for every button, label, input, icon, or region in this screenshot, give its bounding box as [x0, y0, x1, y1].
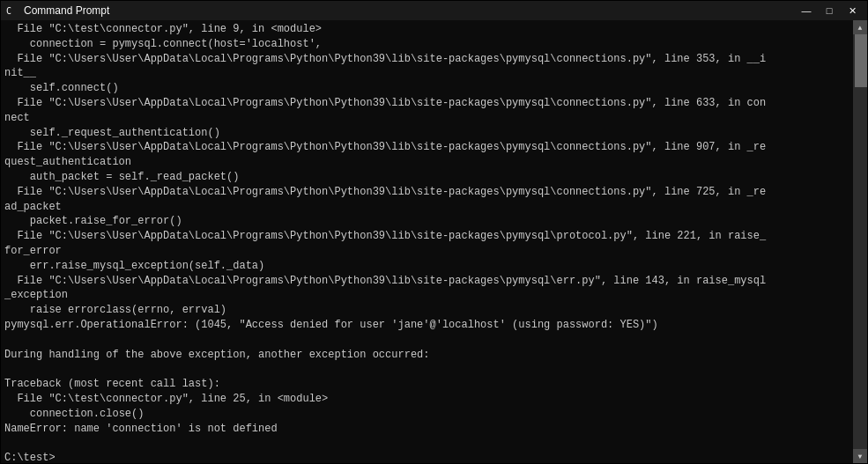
console-line: File "C:\Users\User\AppData\Local\Progra…: [4, 185, 849, 200]
window-controls: — □ ✕: [795, 3, 864, 18]
console-line: File "C:\test\connector.py", line 25, in…: [4, 392, 849, 407]
console-line: raise errorclass(errno, errval): [4, 303, 849, 318]
scrollbar[interactable]: ▲ ▼: [853, 20, 867, 463]
console-line: connection = pymysql.connect(host='local…: [4, 37, 849, 52]
console-line: connection.close(): [4, 407, 849, 422]
console-body: File "C:\test\connector.py", line 9, in …: [1, 20, 867, 463]
console-line: pymysql.err.OperationalError: (1045, "Ac…: [4, 318, 849, 333]
console-line: File "C:\Users\User\AppData\Local\Progra…: [4, 140, 849, 155]
console-line: [4, 333, 849, 348]
scroll-down-arrow[interactable]: ▼: [853, 449, 867, 463]
console-line: C:\test>: [4, 451, 849, 463]
minimize-button[interactable]: —: [795, 3, 818, 18]
console-line: File "C:\test\connector.py", line 9, in …: [4, 22, 849, 37]
console-line: self.connect(): [4, 81, 849, 96]
scroll-up-arrow[interactable]: ▲: [853, 20, 867, 34]
console-line: for_error: [4, 244, 849, 259]
console-line: File "C:\Users\User\AppData\Local\Progra…: [4, 96, 849, 111]
console-line: auth_packet = self._read_packet(): [4, 170, 849, 185]
title-bar: C Command Prompt — □ ✕: [1, 1, 867, 20]
console-line: err.raise_mysql_exception(self._data): [4, 259, 849, 274]
scrollbar-thumb[interactable]: [855, 34, 867, 87]
console-line: File "C:\Users\User\AppData\Local\Progra…: [4, 229, 849, 244]
console-line: File "C:\Users\User\AppData\Local\Progra…: [4, 274, 849, 289]
command-prompt-window: C Command Prompt — □ ✕ File "C:\test\con…: [0, 0, 868, 464]
maximize-button[interactable]: □: [818, 3, 841, 18]
console-output: File "C:\test\connector.py", line 9, in …: [1, 20, 853, 463]
console-line: [4, 436, 849, 451]
svg-text:C: C: [6, 6, 11, 16]
scrollbar-track[interactable]: [853, 34, 867, 449]
title-bar-left: C Command Prompt: [4, 4, 109, 18]
console-line: During handling of the above exception, …: [4, 348, 849, 363]
console-line: _exception: [4, 288, 849, 303]
console-line: File "C:\Users\User\AppData\Local\Progra…: [4, 52, 849, 67]
console-line: ad_packet: [4, 200, 849, 215]
cmd-icon: C: [4, 4, 19, 18]
close-button[interactable]: ✕: [841, 3, 864, 18]
console-line: Traceback (most recent call last):: [4, 377, 849, 392]
console-line: packet.raise_for_error(): [4, 214, 849, 229]
console-line: nit__: [4, 66, 849, 81]
console-line: nect: [4, 111, 849, 126]
console-line: quest_authentication: [4, 155, 849, 170]
window-title: Command Prompt: [24, 4, 109, 17]
console-line: self._request_authentication(): [4, 126, 849, 141]
console-line: NameError: name 'connection' is not defi…: [4, 422, 849, 437]
console-line: [4, 362, 849, 377]
